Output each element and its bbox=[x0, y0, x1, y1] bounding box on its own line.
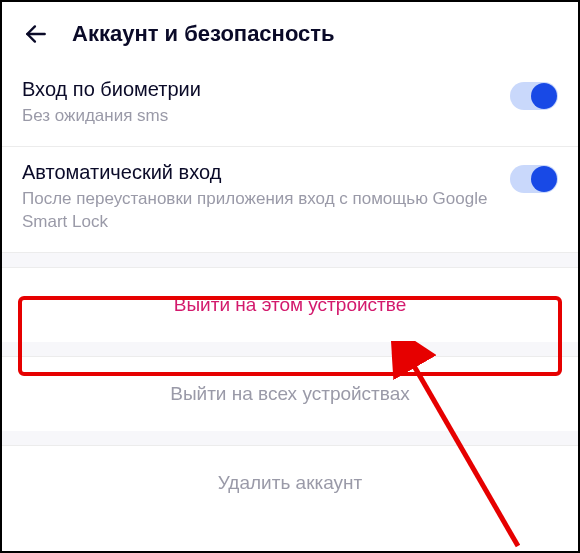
logout-all-devices-button[interactable]: Выйти на всех устройствах bbox=[2, 356, 578, 431]
section-divider bbox=[2, 431, 578, 445]
setting-autologin: Автоматический вход После переустановки … bbox=[2, 147, 578, 253]
biometric-toggle[interactable] bbox=[510, 82, 558, 110]
setting-biometric-title: Вход по биометрии bbox=[22, 78, 490, 101]
header: Аккаунт и безопасность bbox=[2, 2, 578, 64]
autologin-toggle[interactable] bbox=[510, 165, 558, 193]
setting-autologin-subtitle: После переустановки приложения вход с по… bbox=[22, 188, 490, 234]
setting-biometric: Вход по биометрии Без ожидания sms bbox=[2, 64, 578, 147]
setting-biometric-subtitle: Без ожидания sms bbox=[22, 105, 490, 128]
section-divider bbox=[2, 342, 578, 356]
toggle-knob bbox=[531, 83, 557, 109]
page-title: Аккаунт и безопасность bbox=[72, 21, 335, 47]
back-icon[interactable] bbox=[22, 20, 50, 48]
toggle-knob bbox=[531, 166, 557, 192]
section-divider bbox=[2, 253, 578, 267]
delete-account-button[interactable]: Удалить аккаунт bbox=[2, 445, 578, 520]
logout-this-device-button[interactable]: Выйти на этом устройстве bbox=[2, 267, 578, 342]
setting-autologin-title: Автоматический вход bbox=[22, 161, 490, 184]
